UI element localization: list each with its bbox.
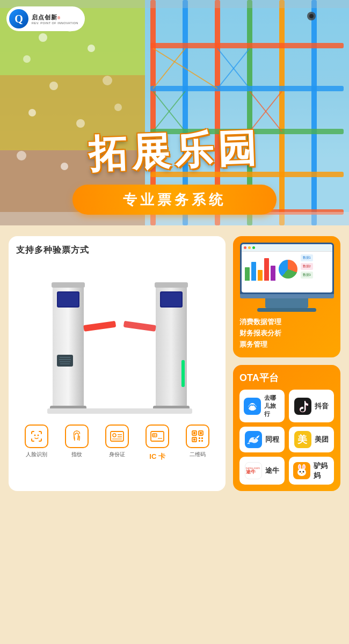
svg-point-94 xyxy=(297,469,306,476)
svg-rect-48 xyxy=(161,292,181,306)
logo-container: Q 启点创新® REV. POINT OF INNOVATION xyxy=(6,6,85,31)
ota-dolphin: 同程 xyxy=(239,427,285,452)
svg-point-61 xyxy=(34,435,35,436)
svg-point-12 xyxy=(28,109,36,116)
svg-point-95 xyxy=(300,471,301,473)
dolphin-name: 同程 xyxy=(265,435,279,444)
stat3: 数据3 xyxy=(301,272,313,279)
management-card: 数据1 数据2 数据3 消费数据管理 财务报表分析 票务管理 xyxy=(233,236,340,357)
svg-rect-52 xyxy=(181,360,185,387)
svg-rect-49 xyxy=(155,282,188,288)
svg-text:途牛: 途牛 xyxy=(246,469,256,474)
svg-point-39 xyxy=(307,12,316,20)
qrcode-label: 二维码 xyxy=(190,451,206,458)
svg-text:美: 美 xyxy=(297,434,308,445)
svg-rect-76 xyxy=(200,432,202,434)
screen-dot-green xyxy=(252,246,255,249)
svg-text:tuniu.com: tuniu.com xyxy=(246,466,260,470)
mgmt-feature-1: 消费数据管理 xyxy=(239,317,334,327)
qunaer-name: 去哪儿旅行 xyxy=(264,394,280,418)
idcard-label: 身份证 xyxy=(109,451,125,458)
bar3 xyxy=(258,270,263,281)
logo-cn-name: 启点创新® xyxy=(32,13,78,21)
svg-rect-44 xyxy=(52,282,85,288)
logo-cn-text: 启点创新 xyxy=(32,14,57,20)
svg-point-9 xyxy=(88,45,95,52)
svg-point-7 xyxy=(23,55,31,63)
screen-address-bar xyxy=(259,246,330,250)
svg-rect-23 xyxy=(311,0,317,225)
ic-card-icon xyxy=(146,425,169,448)
screen-body: 数据1 数据2 数据3 xyxy=(242,252,332,283)
bar2 xyxy=(251,262,256,281)
face-label: 人脸识别 xyxy=(26,451,47,458)
subtitle-banner: 专业票务系统 xyxy=(72,185,277,215)
ota-tuniu: 途牛 tuniu.com 途牛 xyxy=(239,457,285,485)
screen-dot-red xyxy=(244,246,246,249)
svg-line-31 xyxy=(217,48,250,89)
stat2: 数据2 xyxy=(301,263,313,270)
verify-methods-row: 人脸识别 指纹 xyxy=(16,425,218,462)
svg-rect-24 xyxy=(150,43,344,48)
dolphin-icon xyxy=(245,431,262,448)
screen-pie-chart xyxy=(279,260,297,279)
verify-qrcode: 二维码 xyxy=(186,425,209,462)
ic-card-label: IC 卡 xyxy=(149,452,165,462)
verify-fingerprint: 指纹 xyxy=(65,425,89,462)
tiktok-name: 抖音 xyxy=(315,401,329,411)
face-icon xyxy=(25,425,48,448)
svg-line-30 xyxy=(153,48,185,89)
svg-rect-81 xyxy=(199,440,200,442)
stat1: 数据1 xyxy=(301,254,313,261)
logo-text: 启点创新® REV. POINT OF INNOVATION xyxy=(32,13,78,25)
svg-rect-82 xyxy=(201,440,203,442)
ota-title: OTA平台 xyxy=(239,371,334,384)
svg-rect-22 xyxy=(279,0,285,225)
svg-rect-78 xyxy=(193,438,195,441)
tiktok-icon xyxy=(294,398,311,415)
left-card-header: 支持多种验票方式 xyxy=(16,245,89,256)
management-features: 消费数据管理 财务报表分析 票务管理 xyxy=(239,317,334,351)
monitor-stand xyxy=(265,298,308,308)
bar5 xyxy=(271,266,275,281)
verify-ic-card: IC 卡 xyxy=(146,425,169,462)
qunaer-icon xyxy=(244,398,261,415)
main-title-container: 拓展乐园 xyxy=(0,126,349,177)
svg-point-10 xyxy=(49,82,58,90)
meituan-icon: 美 xyxy=(294,431,311,448)
idcard-icon xyxy=(105,425,129,448)
svg-rect-63 xyxy=(111,431,123,441)
svg-rect-43 xyxy=(58,292,78,306)
ota-meituan: 美 美团 xyxy=(289,427,334,452)
svg-point-93 xyxy=(303,465,305,469)
svg-rect-54 xyxy=(123,321,156,332)
fingerprint-label: 指纹 xyxy=(71,451,82,458)
main-title-text: 拓展乐园 xyxy=(88,122,261,180)
svg-point-97 xyxy=(301,473,302,474)
svg-rect-56 xyxy=(57,355,73,367)
logo-q-symbol: Q xyxy=(14,13,23,25)
screen-stats: 数据1 数据2 数据3 xyxy=(301,254,313,279)
screen-toolbar xyxy=(242,244,332,252)
logo-registered: ® xyxy=(57,16,61,20)
svg-point-64 xyxy=(113,434,116,437)
mgmt-feature-3: 票务管理 xyxy=(239,340,334,349)
svg-point-6 xyxy=(39,33,47,42)
qrcode-icon xyxy=(186,425,209,448)
svg-point-40 xyxy=(309,14,314,18)
verify-idcard: 身份证 xyxy=(105,425,129,462)
fingerprint-icon xyxy=(65,425,89,448)
svg-line-32 xyxy=(217,48,250,89)
monitor-frame: 数据1 数据2 数据3 xyxy=(240,243,334,294)
svg-point-62 xyxy=(37,435,39,436)
verify-face: 人脸识别 xyxy=(25,425,48,462)
svg-rect-85 xyxy=(251,407,254,411)
ota-lvmama: 驴妈妈 xyxy=(289,457,334,485)
left-card: 支持多种验票方式 xyxy=(9,236,226,491)
svg-rect-74 xyxy=(193,432,195,434)
svg-point-14 xyxy=(114,104,122,111)
svg-point-96 xyxy=(303,471,304,473)
svg-rect-25 xyxy=(150,86,344,91)
svg-rect-55 xyxy=(47,408,192,414)
ota-tiktok: 抖音 xyxy=(289,390,334,422)
